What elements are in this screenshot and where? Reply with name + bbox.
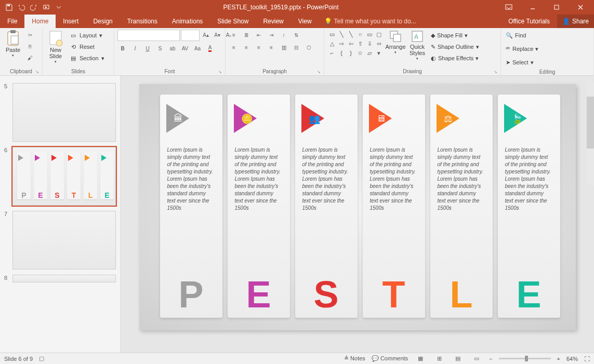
- shadow-icon[interactable]: ab: [167, 43, 178, 53]
- shape-more-icon[interactable]: ▾: [374, 48, 384, 58]
- underline-icon[interactable]: U: [142, 43, 153, 53]
- shape-oval-icon[interactable]: ○: [355, 30, 365, 39]
- font-size-combo[interactable]: [181, 30, 200, 41]
- tab-review[interactable]: Review: [256, 15, 291, 28]
- pestle-column-e[interactable]: 🪙Lorem Ipsum is simply dummy text of the…: [228, 95, 290, 318]
- comments-button[interactable]: 💬 Comments: [372, 355, 408, 362]
- pestle-column-t[interactable]: 🖥Lorem Ipsum is simply dummy text of the…: [363, 95, 425, 318]
- justify-icon[interactable]: ≡: [266, 42, 276, 52]
- tab-animations[interactable]: Animations: [165, 15, 210, 28]
- new-slide-button[interactable]: New Slide ▾: [46, 30, 65, 64]
- launcher-icon[interactable]: ↘: [494, 70, 497, 74]
- shape-brace2-icon[interactable]: }: [346, 48, 355, 58]
- tab-slideshow[interactable]: Slide Show: [210, 15, 256, 28]
- slide-counter[interactable]: Slide 6 of 9: [4, 356, 33, 362]
- zoom-level[interactable]: 64%: [566, 356, 578, 362]
- tab-file[interactable]: File: [0, 15, 24, 28]
- shapes-gallery[interactable]: ▭╲╲○▭▢ △⇨⇦⇧⇩⬄ ⌐{}☆▱▾: [327, 30, 384, 58]
- font-color-icon[interactable]: A: [205, 43, 215, 53]
- shape-line-icon[interactable]: ╲: [337, 30, 346, 39]
- cut-icon[interactable]: ✂: [25, 30, 35, 40]
- tab-design[interactable]: Design: [86, 15, 120, 28]
- reset-button[interactable]: ⟲Reset: [68, 41, 107, 52]
- notes-button[interactable]: ≜ Notes: [344, 355, 365, 362]
- shape-fill-button[interactable]: ◆Shape Fill ▾: [429, 30, 481, 41]
- copy-icon[interactable]: ⎘: [25, 41, 35, 51]
- bold-icon[interactable]: B: [117, 43, 128, 53]
- scrollbar-vertical[interactable]: [587, 81, 594, 185]
- quick-styles-button[interactable]: A Quick Styles▾: [407, 30, 427, 61]
- numbering-icon[interactable]: ≣: [241, 30, 252, 40]
- launcher-icon[interactable]: ↘: [218, 70, 222, 74]
- columns-icon[interactable]: ▥: [279, 42, 289, 52]
- sorter-view-icon[interactable]: ⊞: [433, 354, 445, 363]
- font-family-combo[interactable]: [117, 30, 180, 41]
- layout-button[interactable]: ▭Layout ▾: [68, 30, 107, 41]
- slide-editor[interactable]: 🏛Lorem Ipsum is simply dummy text of the…: [121, 76, 594, 353]
- tab-home[interactable]: Home: [24, 15, 56, 28]
- qat-customize-icon[interactable]: [53, 2, 64, 13]
- replace-button[interactable]: ᵃᵇReplace ▾: [504, 43, 540, 55]
- shape-tri-icon[interactable]: △: [327, 39, 337, 48]
- slide-thumbnail-pane[interactable]: 5 6 P E S T L E 7 8: [0, 76, 121, 353]
- shape-effects-button[interactable]: ◐Shape Effects ▾: [429, 52, 481, 64]
- increase-font-icon[interactable]: A▴: [201, 30, 211, 40]
- normal-view-icon[interactable]: ▦: [414, 354, 427, 363]
- format-painter-icon[interactable]: 🖌: [25, 52, 35, 63]
- section-button[interactable]: ▤Section ▾: [68, 52, 107, 64]
- close-button[interactable]: [569, 0, 592, 15]
- maximize-button[interactable]: [545, 0, 568, 15]
- align-right-icon[interactable]: ≡: [254, 42, 264, 52]
- align-text-icon[interactable]: ⊟: [291, 42, 301, 52]
- shape-roundrect-icon[interactable]: ▢: [374, 30, 384, 39]
- shape-star-icon[interactable]: ☆: [355, 48, 365, 58]
- text-direction-icon[interactable]: ⇅: [291, 30, 301, 40]
- increase-indent-icon[interactable]: ⇥: [266, 30, 276, 40]
- launcher-icon[interactable]: ↘: [317, 70, 321, 74]
- shape-arr3-icon[interactable]: ⇧: [355, 39, 365, 48]
- save-icon[interactable]: [3, 2, 15, 13]
- redo-icon[interactable]: [28, 2, 39, 13]
- slide-canvas[interactable]: 🏛Lorem Ipsum is simply dummy text of the…: [139, 84, 576, 330]
- start-from-beginning-icon[interactable]: [41, 2, 52, 13]
- shape-arr2-icon[interactable]: ⇦: [346, 39, 355, 48]
- decrease-indent-icon[interactable]: ⇤: [254, 30, 264, 40]
- thumb-slide-6[interactable]: P E S T L E: [12, 147, 116, 206]
- zoom-slider[interactable]: [499, 358, 551, 359]
- slideshow-view-icon[interactable]: ▭: [470, 354, 483, 363]
- tell-me-search[interactable]: 💡 Tell me what you want to do...: [319, 15, 416, 28]
- align-left-icon[interactable]: ≡: [229, 42, 239, 52]
- ribbon-display-options-icon[interactable]: [497, 0, 520, 15]
- shape-rect2-icon[interactable]: ▭: [365, 30, 374, 39]
- tab-view[interactable]: View: [291, 15, 319, 28]
- scrollbar-thumb[interactable]: [587, 97, 594, 149]
- thumb-slide-5[interactable]: [12, 83, 116, 142]
- smartart-icon[interactable]: ⬡: [303, 42, 314, 52]
- pestle-column-s[interactable]: 👥Lorem Ipsum is simply dummy text of the…: [295, 95, 358, 318]
- pestle-column-p[interactable]: 🏛Lorem Ipsum is simply dummy text of the…: [160, 95, 222, 318]
- launcher-icon[interactable]: ↘: [35, 70, 39, 74]
- paste-button[interactable]: Paste ▾: [3, 30, 23, 58]
- spell-check-icon[interactable]: ▢: [39, 355, 44, 362]
- align-center-icon[interactable]: ≡: [241, 42, 252, 52]
- tab-insert[interactable]: Insert: [56, 15, 86, 28]
- pestle-column-l[interactable]: ⚖Lorem Ipsum is simply dummy text of the…: [430, 95, 493, 318]
- decrease-font-icon[interactable]: A▾: [212, 30, 222, 40]
- share-button[interactable]: 👤 Share: [557, 15, 594, 28]
- find-button[interactable]: 🔍Find: [504, 30, 527, 41]
- strikethrough-icon[interactable]: S: [155, 43, 165, 53]
- change-case-icon[interactable]: Aa: [192, 43, 203, 53]
- italic-icon[interactable]: I: [130, 43, 140, 53]
- reading-view-icon[interactable]: ▤: [452, 354, 464, 363]
- bullets-icon[interactable]: ≡: [229, 30, 239, 40]
- zoom-in-icon[interactable]: +: [557, 356, 560, 362]
- fit-to-window-icon[interactable]: ⛶: [584, 356, 590, 362]
- shape-arr5-icon[interactable]: ⬄: [374, 39, 384, 48]
- arrange-button[interactable]: Arrange▾: [386, 30, 405, 55]
- pestle-column-e[interactable]: 🍃Lorem Ipsum is simply dummy text of the…: [498, 95, 560, 318]
- shape-arr-icon[interactable]: ⇨: [337, 39, 346, 48]
- shape-brace-icon[interactable]: {: [337, 48, 346, 58]
- shape-outline-button[interactable]: ✎Shape Outline ▾: [429, 41, 481, 52]
- shape-rect-icon[interactable]: ▭: [327, 30, 337, 39]
- minimize-button[interactable]: [521, 0, 544, 15]
